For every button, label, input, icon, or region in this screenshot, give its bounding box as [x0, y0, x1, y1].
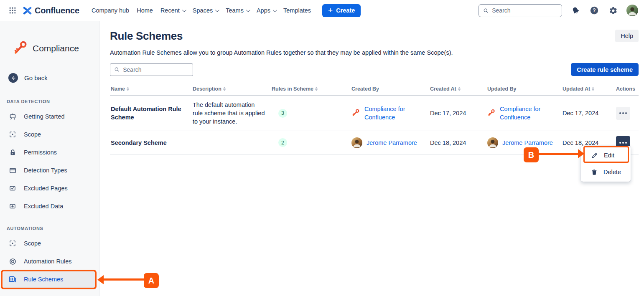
column-header-rules-in-scheme[interactable]: Rules in Scheme	[271, 85, 351, 95]
annotation-b-label: B	[524, 147, 539, 162]
created-at: Dec 17, 2024	[429, 104, 486, 122]
sidebar-item-scope[interactable]: Scope	[3, 126, 96, 143]
search-icon	[114, 66, 120, 73]
go-back-label: Go back	[24, 74, 48, 81]
section-title-data-detection: DATA DETECTION	[7, 99, 99, 104]
nav-item-apps[interactable]: Apps	[253, 4, 280, 17]
chevron-down-icon	[246, 8, 250, 12]
sort-icon	[223, 87, 226, 91]
sort-icon	[458, 87, 461, 91]
main-content: Rule Schemes Help Automation Rule Scheme…	[99, 21, 644, 296]
scheme-description: The default automation rule scheme that …	[192, 96, 271, 131]
rules-count-badge: 2	[278, 138, 287, 147]
menu-item-edit[interactable]: Edit	[581, 147, 631, 164]
target-rings-icon	[8, 257, 17, 266]
arrow-left-icon	[8, 73, 18, 83]
column-header-actions: Actions	[615, 85, 641, 95]
checkbox-icon	[8, 184, 17, 192]
scheme-description	[192, 138, 271, 148]
sidebar-item-automations-scope[interactable]: Scope	[3, 235, 96, 252]
nav-item-templates[interactable]: Templates	[280, 4, 315, 17]
table-row: Secondary Scheme 2 Jerome Parramore Dec …	[110, 131, 639, 154]
column-header-updated-at[interactable]: Updated At	[562, 85, 615, 95]
sidebar-divider	[3, 90, 96, 90]
created-at: Dec 18, 2024	[429, 134, 486, 152]
create-rule-scheme-button[interactable]: Create rule scheme	[571, 63, 639, 76]
topbar-right-group: ?	[479, 4, 638, 17]
user-avatar	[487, 137, 498, 148]
plus-icon: +	[328, 6, 333, 14]
confluence-mark-icon	[23, 6, 32, 15]
create-button[interactable]: + Create	[322, 4, 361, 17]
nav-item-teams[interactable]: Teams	[222, 4, 253, 17]
nav-item-recent[interactable]: Recent	[157, 4, 189, 17]
chevron-down-icon	[273, 8, 277, 12]
rules-count-badge: 3	[278, 109, 287, 118]
settings-gear-icon[interactable]	[608, 5, 619, 16]
sidebar-item-getting-started[interactable]: Getting Started	[3, 108, 96, 125]
updated-by-link[interactable]: Compliance for Confluence	[500, 105, 556, 121]
scope-target-icon	[8, 130, 17, 139]
trash-icon	[591, 169, 598, 175]
pencil-icon	[591, 152, 598, 159]
chevron-down-icon	[215, 8, 219, 12]
section-title-automations: AUTOMATIONS	[7, 226, 99, 231]
nav-item-spaces[interactable]: Spaces	[189, 4, 222, 17]
sort-icon	[127, 87, 129, 91]
search-icon	[483, 8, 489, 14]
column-header-created-at[interactable]: Created At	[429, 85, 486, 95]
table-row: Default Automation Rule Scheme The defau…	[110, 96, 639, 131]
updated-by-link[interactable]: Jerome Parramore	[502, 139, 553, 147]
row-actions-button[interactable]	[616, 107, 630, 120]
annotation-b-arrow-line	[539, 153, 578, 155]
confluence-logo[interactable]: Confluence	[23, 6, 79, 15]
updated-at: Dec 17, 2024	[562, 104, 615, 122]
svg-text:?: ?	[593, 8, 596, 13]
sidebar-item-detection-types[interactable]: Detection Types	[3, 162, 96, 179]
key-icon	[351, 107, 360, 119]
rule-schemes-table: Name Description Rules in Scheme Created…	[110, 85, 639, 154]
sidebar-item-excluded-data[interactable]: Excluded Data	[3, 198, 96, 215]
nav-item-company-hub[interactable]: Company hub	[88, 4, 133, 17]
annotation-a-label: A	[144, 273, 159, 288]
scope-target-icon	[8, 239, 17, 248]
annotation-a-arrow-line	[103, 278, 144, 281]
lock-icon	[8, 148, 17, 157]
annotation-b-arrowhead	[578, 149, 584, 158]
card-icon	[8, 166, 17, 175]
global-search[interactable]	[479, 4, 562, 17]
created-by-link[interactable]: Compliance for Confluence	[364, 105, 423, 121]
table-search-input[interactable]	[123, 66, 189, 73]
help-icon[interactable]: ?	[589, 5, 600, 16]
scheme-name: Secondary Scheme	[110, 134, 192, 152]
column-header-description[interactable]: Description	[192, 85, 271, 95]
sidebar-item-permissions[interactable]: Permissions	[3, 144, 96, 161]
table-search[interactable]	[110, 63, 193, 76]
sidebar: Compliance Go back DATA DETECTION Gettin…	[0, 21, 99, 296]
column-header-name[interactable]: Name	[110, 85, 192, 95]
row-actions-menu: Edit Delete	[581, 146, 631, 182]
user-avatar	[351, 137, 362, 148]
user-avatar[interactable]	[626, 5, 638, 16]
key-icon	[487, 107, 496, 119]
menu-item-delete[interactable]: Delete	[581, 164, 631, 180]
key-icon	[13, 40, 28, 57]
created-by-link[interactable]: Jerome Parramore	[367, 139, 417, 147]
scheme-name: Default Automation Rule Scheme	[110, 100, 192, 126]
compliance-logo: Compliance	[0, 21, 99, 57]
nav-item-home[interactable]: Home	[133, 4, 157, 17]
app-name: Compliance	[33, 43, 79, 53]
page-title: Rule Schemes	[110, 30, 183, 43]
column-header-created-by: Created By	[351, 85, 429, 95]
sidebar-item-excluded-pages[interactable]: Excluded Pages	[3, 180, 96, 197]
help-button[interactable]: Help	[615, 30, 639, 42]
easel-icon	[8, 112, 17, 121]
app-switcher-icon[interactable]	[6, 4, 19, 17]
global-search-input[interactable]	[492, 7, 557, 14]
sidebar-item-rule-schemes[interactable]: Rule Schemes	[3, 271, 96, 288]
rule-schemes-board-icon	[8, 275, 17, 283]
notifications-bell-icon[interactable]	[570, 5, 581, 16]
top-navigation-bar: Confluence Company hub Home Recent Space…	[0, 0, 644, 21]
sidebar-item-automation-rules[interactable]: Automation Rules	[3, 253, 96, 270]
go-back-button[interactable]: Go back	[8, 73, 99, 83]
